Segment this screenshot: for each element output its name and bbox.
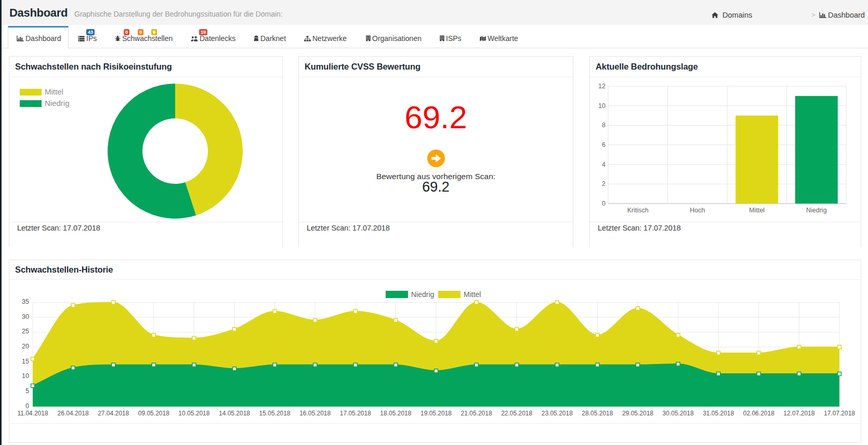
- svg-text:26.04.2018: 26.04.2018: [58, 410, 89, 417]
- svg-text:30: 30: [22, 313, 29, 320]
- svg-text:18.05.2018: 18.05.2018: [380, 410, 411, 417]
- svg-text:5: 5: [25, 387, 29, 395]
- svg-text:0: 0: [25, 402, 29, 410]
- svg-text:35: 35: [22, 298, 29, 305]
- svg-text:20: 20: [22, 343, 29, 350]
- svg-text:27.04.2018: 27.04.2018: [98, 410, 129, 417]
- svg-text:11.04.2018: 11.04.2018: [17, 410, 48, 417]
- svg-text:16.05.2018: 16.05.2018: [299, 410, 331, 417]
- svg-text:29.05.2018: 29.05.2018: [622, 410, 653, 417]
- svg-text:17.05.2018: 17.05.2018: [340, 410, 371, 417]
- svg-text:Hoch: Hoch: [690, 207, 705, 214]
- svg-text:4: 4: [602, 161, 606, 168]
- svg-text:02.06.2018: 02.06.2018: [743, 410, 774, 417]
- svg-text:10: 10: [598, 102, 606, 110]
- svg-text:10: 10: [22, 372, 29, 380]
- svg-text:8: 8: [602, 122, 606, 129]
- svg-text:23.05.2018: 23.05.2018: [542, 410, 573, 417]
- svg-text:14.05.2018: 14.05.2018: [219, 410, 250, 417]
- svg-text:Kritisch: Kritisch: [627, 207, 649, 214]
- svg-text:Niedrig: Niedrig: [806, 207, 827, 214]
- svg-text:22.05.2018: 22.05.2018: [501, 410, 532, 417]
- svg-text:09.05.2018: 09.05.2018: [138, 410, 169, 417]
- svg-text:15: 15: [22, 358, 29, 365]
- svg-text:10.05.2018: 10.05.2018: [178, 410, 209, 417]
- svg-text:28.05.2018: 28.05.2018: [582, 410, 613, 417]
- svg-text:25: 25: [22, 328, 29, 335]
- svg-text:15.05.2018: 15.05.2018: [259, 410, 291, 417]
- svg-text:2: 2: [602, 180, 606, 187]
- svg-text:Mittel: Mittel: [749, 207, 765, 214]
- svg-text:12: 12: [598, 83, 606, 90]
- svg-text:31.05.2018: 31.05.2018: [703, 410, 734, 417]
- svg-text:17.07.2018: 17.07.2018: [824, 410, 855, 417]
- svg-text:0: 0: [602, 200, 606, 207]
- svg-text:30.05.2018: 30.05.2018: [663, 410, 694, 417]
- svg-text:21.05.2018: 21.05.2018: [461, 410, 492, 417]
- svg-text:19.05.2018: 19.05.2018: [420, 410, 452, 417]
- svg-text:12.07.2018: 12.07.2018: [783, 410, 814, 417]
- svg-text:6: 6: [602, 141, 606, 149]
